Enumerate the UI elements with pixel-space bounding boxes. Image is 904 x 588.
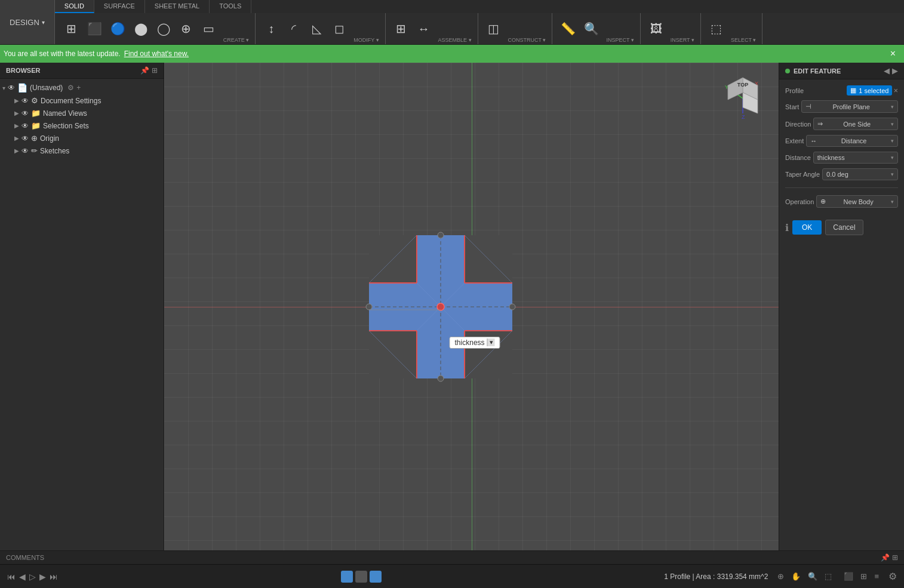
select-tool[interactable]: ⬚ (706, 20, 727, 37)
modify-press-pull[interactable]: ↕ (260, 20, 282, 37)
tree-add-root[interactable]: + (76, 84, 81, 92)
create-torus[interactable]: ◯ (153, 20, 174, 37)
timeline-item-3[interactable] (370, 571, 382, 583)
operation-dropdown[interactable]: ⊕ New Body (816, 195, 898, 208)
tree-item-document-settings[interactable]: ▶ 👁 ⚙ Document Settings (0, 94, 164, 107)
tree-eye-root[interactable]: 👁 (8, 84, 15, 92)
display-ui-btn[interactable]: ≡ (872, 571, 881, 582)
create-cylinder[interactable]: 🔵 (107, 20, 129, 37)
inspect-section[interactable]: 🔍 (580, 20, 602, 37)
view-cube[interactable]: X Y Z TOP (719, 75, 767, 124)
dim-dropdown-btn[interactable]: ▾ (487, 338, 495, 346)
comments-expand[interactable]: ⊞ (892, 553, 898, 562)
timeline-item-2[interactable] (355, 571, 367, 583)
taper-dropdown[interactable]: 0.0 deg (822, 168, 898, 180)
profile-selected-icon: ▦ (850, 87, 856, 94)
tree-item-named-views[interactable]: ▶ 👁 📁 Named Views (0, 107, 164, 119)
modify-fillet[interactable]: ◜ (283, 20, 305, 37)
ok-button[interactable]: OK (792, 220, 822, 235)
operation-label: Operation (785, 198, 814, 205)
panel-collapse-btn[interactable]: ◀ (884, 66, 890, 75)
extent-dropdown[interactable]: ↔ Distance (806, 135, 898, 147)
tab-solid[interactable]: SOLID (55, 0, 94, 13)
tree-eye-origin[interactable]: 👁 (21, 134, 29, 143)
direction-dropdown[interactable]: ⇒ One Side (813, 118, 898, 130)
tree-item-root[interactable]: ▾ 👁 📄 (Unsaved) ⚙ + (0, 81, 164, 94)
modify-chamfer[interactable]: ◺ (306, 20, 327, 37)
tree-item-origin[interactable]: ▶ 👁 ⊕ Origin (0, 132, 164, 144)
dimension-label[interactable]: thickness ▾ (450, 337, 500, 349)
timeline-item-1[interactable] (341, 571, 353, 583)
assemble-motion[interactable]: ↔ (413, 20, 435, 37)
create-new-component[interactable]: ⊞ (61, 20, 82, 37)
distance-dropdown[interactable]: thickness (813, 152, 898, 164)
main-area: BROWSER 📌 ⊞ ▾ 👁 📄 (Unsaved) ⚙ + ▶ 👁 ⚙ Do… (0, 63, 904, 550)
panel-header: EDIT FEATURE ◀ ▶ (779, 63, 904, 79)
dim-value: thickness (455, 338, 485, 347)
comments-pin[interactable]: 📌 (881, 553, 890, 562)
assemble-joint[interactable]: ⊞ (390, 20, 412, 37)
browser-pin[interactable]: 📌 (140, 66, 149, 75)
field-row-profile: Profile ▦ 1 selected × (785, 85, 898, 96)
display-grid-btn[interactable]: ⊞ (858, 571, 869, 582)
start-dropdown[interactable]: ⊣ Profile Plane (801, 100, 898, 113)
settings-gear-btn[interactable]: ⚙ (888, 571, 897, 582)
insert-decal[interactable]: 🖼 (645, 20, 667, 37)
cancel-button[interactable]: Cancel (825, 220, 863, 235)
modify-shell[interactable]: ◻ (328, 20, 350, 37)
design-button[interactable]: DESIGN (0, 0, 55, 44)
inspect-measure[interactable]: 📏 (557, 20, 579, 37)
tree-label-doc: Document Settings (41, 97, 101, 105)
tree-item-selection-sets[interactable]: ▶ 👁 📁 Selection Sets (0, 119, 164, 132)
play-next-btn[interactable]: ▶ (39, 572, 46, 581)
construct-plane[interactable]: ◫ (483, 20, 505, 37)
tree-settings-root[interactable]: ⚙ (67, 84, 74, 92)
tree-eye-doc[interactable]: 👁 (21, 97, 29, 105)
profile-selected-badge[interactable]: ▦ 1 selected (847, 85, 892, 96)
notification-bar: You are all set with the latest update. … (0, 45, 904, 63)
field-row-extent: Extent ↔ Distance (785, 135, 898, 147)
create-label: CREATE ▾ (221, 36, 251, 44)
tool-items: ⊞ ⬛ 🔵 ⬤ ◯ ⊕ ▭ CREATE ▾ ↕ ◜ ◺ ◻ MODIFY ▾ … (55, 13, 904, 44)
svg-point-22 (438, 375, 444, 381)
tree-label-unsaved: (Unsaved) (30, 84, 63, 92)
view-zoom-btn[interactable]: 🔍 (805, 571, 820, 582)
play-last-btn[interactable]: ⏭ (50, 572, 58, 581)
create-sphere[interactable]: ⬤ (130, 20, 152, 37)
taper-label: Taper Angle (785, 171, 820, 178)
tab-tools[interactable]: TOOLS (210, 0, 251, 13)
tree-eye-sketches[interactable]: 👁 (21, 147, 29, 155)
play-play-btn[interactable]: ▷ (29, 572, 36, 581)
create-pipe[interactable]: ▭ (198, 20, 220, 37)
tool-group-create: ⊞ ⬛ 🔵 ⬤ ◯ ⊕ ▭ CREATE ▾ (57, 13, 256, 44)
create-box[interactable]: ⬛ (84, 20, 106, 37)
field-row-direction: Direction ⇒ One Side (785, 118, 898, 130)
display-visual-btn[interactable]: ⬛ (841, 571, 856, 582)
tab-surface[interactable]: SURFACE (94, 0, 145, 13)
info-button[interactable]: ℹ (785, 222, 789, 233)
view-pan-btn[interactable]: ⊕ (775, 571, 786, 582)
browser-expand[interactable]: ⊞ (152, 66, 158, 75)
tree-eye-nv[interactable]: 👁 (21, 109, 29, 118)
play-prev-btn[interactable]: ◀ (19, 572, 26, 581)
notification-close[interactable]: × (885, 48, 900, 59)
display-toggle-group: ⬛ ⊞ ≡ (841, 571, 881, 582)
svg-text:Z: Z (742, 114, 745, 120)
tree-item-sketches[interactable]: ▶ 👁 ✏ Sketches (0, 144, 164, 157)
view-cube-top-label: TOP (737, 82, 748, 88)
panel-footer: ℹ OK Cancel (779, 214, 904, 241)
tab-sheet-metal[interactable]: SHEET METAL (145, 0, 210, 13)
canvas[interactable]: thickness ▾ X Y Z (164, 63, 779, 550)
tree-eye-ss[interactable]: 👁 (21, 122, 29, 130)
view-zoom-box-btn[interactable]: ⬚ (822, 571, 834, 582)
play-first-btn[interactable]: ⏮ (7, 572, 16, 581)
view-orbit-btn[interactable]: ✋ (789, 571, 803, 582)
profile-clear-btn[interactable]: × (893, 86, 898, 95)
notification-link[interactable]: Find out what's new. (124, 50, 189, 58)
tab-group: SOLID SURFACE SHEET METAL TOOLS ⊞ ⬛ 🔵 ⬤ … (55, 0, 904, 44)
panel-expand-btn[interactable]: ▶ (892, 66, 898, 75)
playback-controls: ⏮ ◀ ▷ ▶ ⏭ (7, 572, 58, 581)
create-coil[interactable]: ⊕ (176, 20, 197, 37)
svg-point-24 (509, 304, 515, 310)
cross-shape-svg (357, 223, 524, 390)
